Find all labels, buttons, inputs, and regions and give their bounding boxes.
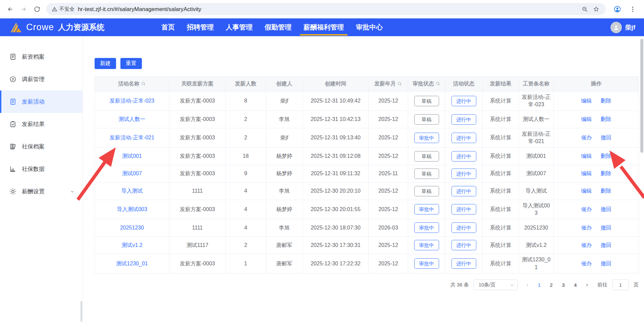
cell-month: 2025-12 xyxy=(369,128,408,147)
action-link[interactable]: 编辑 xyxy=(581,116,592,122)
search-icon[interactable] xyxy=(435,81,440,86)
zoom-button[interactable] xyxy=(579,3,590,15)
action-link[interactable]: 撤回 xyxy=(601,242,611,248)
sidebar-item-salary-result[interactable]: 发薪结果 xyxy=(0,113,83,135)
document-icon xyxy=(9,53,16,60)
action-link[interactable]: 催办 xyxy=(581,135,592,140)
cell-actions: 催办撤回 xyxy=(554,219,639,237)
action-link[interactable]: 删除 xyxy=(601,171,611,176)
activity-name-link[interactable]: 测试人数一 xyxy=(119,116,146,122)
activity-status-badge: 进行中 xyxy=(451,186,476,196)
table-row: 2025123011114李旭2025-12-30 18:07:302026-0… xyxy=(95,219,639,237)
cell-activity-status: 进行中 xyxy=(445,219,483,237)
cell-creator: 李旭 xyxy=(266,182,303,200)
action-link[interactable]: 编辑 xyxy=(581,153,592,159)
action-link[interactable]: 催办 xyxy=(581,261,592,266)
page-number[interactable]: 4 xyxy=(571,282,580,288)
cell-activity-name: 测试007 xyxy=(95,165,169,182)
sidebar-item-salary-adjust[interactable]: 调薪管理 xyxy=(0,68,83,90)
new-button[interactable]: 新建 xyxy=(95,58,116,69)
cell-approval-status: 审批中 xyxy=(408,128,445,147)
address-bar[interactable]: 不安全 hr-test.zjf-it.cn/#/salaryManagement… xyxy=(46,3,606,15)
activity-name-link[interactable]: 测试001 xyxy=(122,153,142,159)
refresh-button[interactable] xyxy=(30,2,44,16)
activity-name-link[interactable]: 导入测试 xyxy=(121,188,143,194)
page-number[interactable]: 3 xyxy=(558,282,568,288)
cell-activity-name: 导入测试 xyxy=(95,182,169,200)
table-row: 测试001发薪方案-000318杨梦婷2025-12-31 09:12:0820… xyxy=(95,147,639,165)
cell-month: 2025-12 xyxy=(369,182,408,200)
back-icon xyxy=(7,6,14,13)
page-size-select[interactable]: 10条/页 xyxy=(474,279,518,290)
nav-item-home[interactable]: 首页 xyxy=(161,18,175,36)
chevron-down-icon xyxy=(70,189,74,194)
table-row: 发薪活动-正常-021发薪方案-00032柴jf2025-12-31 09:13… xyxy=(95,128,639,147)
activity-name-link[interactable]: 测试v1.2 xyxy=(121,242,142,248)
profile-button[interactable] xyxy=(610,2,624,16)
cell-approval-status: 审批中 xyxy=(408,219,445,237)
cell-created-at: 2025-12-30 20:01:55 xyxy=(303,200,369,219)
goto-page-input[interactable] xyxy=(612,279,629,290)
cell-plan: 发薪方案-0003 xyxy=(169,111,226,128)
page-number[interactable]: 1 xyxy=(534,282,544,288)
action-link[interactable]: 催办 xyxy=(581,225,592,231)
user-menu[interactable]: 柴jf xyxy=(610,22,635,33)
sidebar-item-social-archive[interactable]: 社保档案 xyxy=(0,135,83,158)
action-link[interactable]: 撤回 xyxy=(601,135,611,140)
user-icon xyxy=(612,24,620,31)
action-link[interactable]: 编辑 xyxy=(581,171,592,176)
action-link[interactable]: 催办 xyxy=(581,206,592,212)
activity-name-link[interactable]: 导入测试003 xyxy=(117,206,147,212)
nav-item-personnel[interactable]: 人事管理 xyxy=(226,18,253,36)
cell-actions: 编辑删除 xyxy=(554,111,639,128)
pagination: 共 36 条 10条/页 ‹ 1234 › 前往 页 xyxy=(95,279,639,290)
sidebar-item-label: 社保档案 xyxy=(22,143,45,150)
sidebar-scrollbar[interactable] xyxy=(80,301,82,322)
reset-button[interactable]: 重置 xyxy=(120,58,142,69)
salary-activity-table: 活动名称 关联发薪方案 发薪人数 创建人 创建时间 发薪年月 审批状态 活动状态… xyxy=(95,76,639,273)
sidebar-item-salary-archive[interactable]: 薪资档案 xyxy=(0,46,83,68)
page-number[interactable]: 2 xyxy=(546,282,556,288)
nav-item-approval-center[interactable]: 审批中心 xyxy=(356,18,383,36)
menu-button[interactable] xyxy=(626,2,639,16)
action-link[interactable]: 编辑 xyxy=(581,188,592,194)
action-link[interactable]: 撤回 xyxy=(601,225,611,231)
activity-name-link[interactable]: 20251230 xyxy=(120,225,144,231)
nav-item-attendance[interactable]: 假勤管理 xyxy=(265,18,291,36)
page-scrollbar[interactable] xyxy=(640,39,643,153)
activity-name-link[interactable]: 发薪活动-正常-021 xyxy=(110,135,154,140)
approval-status-badge: 草稿 xyxy=(414,151,439,162)
bookmark-button[interactable] xyxy=(590,3,602,15)
warning-icon xyxy=(52,6,57,12)
search-icon[interactable] xyxy=(397,81,402,86)
action-link[interactable]: 删除 xyxy=(601,98,611,104)
activity-name-link[interactable]: 发薪活动-正常-023 xyxy=(110,98,154,104)
action-link[interactable]: 撤回 xyxy=(601,206,611,212)
nav-item-recruit[interactable]: 招聘管理 xyxy=(187,18,214,36)
sidebar-item-salary-activity[interactable]: 发薪活动 xyxy=(0,90,83,113)
action-link[interactable]: 撤回 xyxy=(601,261,611,266)
cell-approval-status: 草稿 xyxy=(408,147,445,165)
action-link[interactable]: 删除 xyxy=(601,153,611,159)
action-link[interactable]: 编辑 xyxy=(581,98,592,104)
forward-button[interactable] xyxy=(17,2,30,16)
prev-page-button[interactable]: ‹ xyxy=(525,281,530,288)
cell-activity-name: 测试人数一 xyxy=(95,111,169,128)
nav-item-salary-benefits[interactable]: 薪酬福利管理 xyxy=(304,18,344,36)
zoom-out-icon xyxy=(582,6,588,12)
next-page-button[interactable]: › xyxy=(585,281,589,288)
activity-name-link[interactable]: 测试007 xyxy=(122,171,142,176)
action-link[interactable]: 催办 xyxy=(581,242,592,248)
main-content: 新建 重置 活动名称 关联发薪方案 发薪人数 创建人 创建时间 发薪年月 审批状… xyxy=(83,36,644,323)
action-link[interactable]: 删除 xyxy=(601,116,611,122)
activity-name-link[interactable]: 测试1230_01 xyxy=(116,261,148,266)
sidebar-item-social-data[interactable]: 社保数据 xyxy=(0,158,83,180)
security-chip[interactable]: 不安全 xyxy=(50,6,78,12)
action-link[interactable]: 删除 xyxy=(601,188,611,194)
col-activity-status: 活动状态 xyxy=(445,77,483,91)
search-icon[interactable] xyxy=(141,81,146,86)
activity-status-badge: 进行中 xyxy=(451,169,476,179)
cell-created-at: 2025-12-30 20:20:10 xyxy=(303,182,369,200)
back-button[interactable] xyxy=(3,2,17,16)
sidebar-item-salary-settings[interactable]: 薪酬设置 xyxy=(0,180,83,203)
